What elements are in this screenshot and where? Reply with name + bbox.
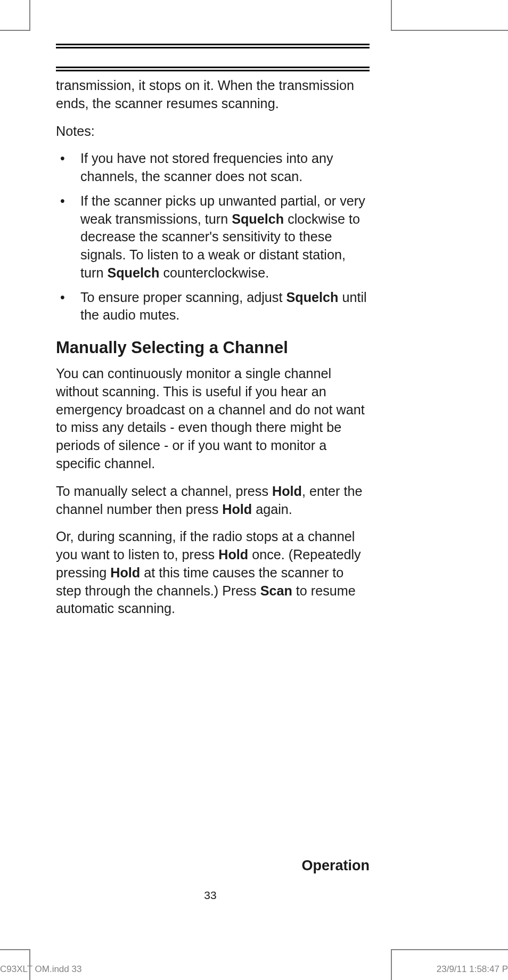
double-rule-bottom	[56, 67, 370, 71]
body-paragraph: You can continuously monitor a single ch…	[56, 365, 370, 473]
section-name-footer: Operation	[301, 858, 370, 874]
crop-mark	[391, 949, 392, 980]
double-rule-top	[56, 44, 370, 48]
page-number: 33	[0, 889, 421, 902]
crop-mark	[29, 0, 30, 31]
crop-mark	[0, 949, 29, 950]
notes-list: If you have not stored frequencies into …	[56, 150, 370, 324]
crop-mark	[392, 949, 508, 950]
print-slug-right: 23/9/11 1:58:47 P	[437, 964, 508, 975]
body-paragraph: Or, during scanning, if the radio stops …	[56, 528, 370, 618]
list-item: If the scanner picks up unwanted partial…	[56, 192, 370, 282]
list-item: If you have not stored frequencies into …	[56, 150, 370, 186]
print-slug-left: C93XLT OM.indd 33	[0, 964, 81, 975]
body-paragraph: To manually select a channel, press Hold…	[56, 483, 370, 519]
crop-mark	[391, 0, 392, 31]
intro-paragraph: transmission, it stops on it. When the t…	[56, 77, 370, 113]
page-content: transmission, it stops on it. When the t…	[56, 44, 370, 627]
section-heading: Manually Selecting a Channel	[56, 338, 370, 357]
crop-mark	[0, 30, 29, 31]
notes-label: Notes:	[56, 123, 370, 141]
crop-mark	[392, 30, 508, 31]
list-item: To ensure proper scanning, adjust Squelc…	[56, 289, 370, 325]
